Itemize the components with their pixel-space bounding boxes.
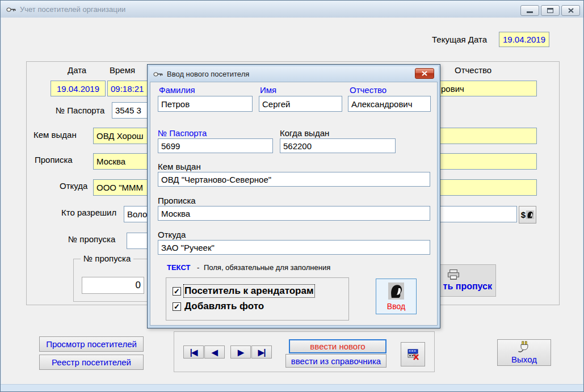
dialog-key-icon [153, 70, 163, 78]
main-window: Учет посетителей организации Текущая Дат… [0, 0, 584, 392]
firstname-label: Имя [260, 85, 276, 95]
right-field-3[interactable] [438, 153, 537, 170]
passport-label: № Паспорта [56, 106, 104, 115]
patronymic-field[interactable]: рович [438, 81, 537, 96]
dlg-from-label: Откуда [158, 230, 186, 239]
nav-prev-button[interactable]: ◀ [204, 345, 225, 359]
legend-term: ТЕКСТ [167, 263, 190, 272]
plug-icon [518, 341, 531, 353]
dialog-titlebar: Ввод нового посетителя [149, 66, 438, 81]
checkbox-checked-icon[interactable]: ✓ [173, 302, 181, 311]
dlg-registration-label: Прописка [158, 196, 196, 205]
legend-separator: - [197, 263, 199, 272]
current-date-field[interactable]: 19.04.2019 [499, 32, 549, 47]
legend-text: Поля, обязательные для заполнения [204, 263, 330, 272]
nav-first-button[interactable]: |◀ [183, 345, 204, 359]
printer-icon [447, 269, 460, 280]
dialog-content: Фамилия Петров Имя Сергей Отчество Алекс… [150, 82, 438, 326]
window-title: Учет посетителей организации [20, 5, 125, 14]
dlg-from-field[interactable]: ЗАО "Ручеек" [158, 240, 430, 255]
authorizer-label: Кто разрешил [61, 208, 116, 217]
delete-record-button[interactable] [401, 342, 425, 366]
surname-label: Фамилия [159, 85, 195, 95]
window-controls [520, 5, 580, 16]
right-field-2[interactable] [438, 128, 537, 144]
enter-button-label: Ввод [387, 302, 405, 311]
nav-next-button[interactable]: ▶ [230, 345, 251, 359]
tenant-checkbox-row[interactable]: ✓ Посетитель к арендаторам [173, 285, 314, 297]
dollar-sign: $ [521, 210, 526, 220]
photo-checkbox-label: Добавлять фото [184, 301, 264, 312]
minimize-button[interactable] [520, 5, 539, 16]
close-button[interactable] [561, 5, 580, 16]
date-field[interactable]: 19.04.2019 [51, 81, 106, 96]
dlg-issued-by-label: Кем выдан [158, 162, 201, 171]
surname-field[interactable]: Петров [158, 96, 253, 112]
from-label: Откуда [60, 181, 87, 191]
person-head-icon [388, 283, 404, 300]
nav-last-button[interactable]: ▶| [251, 345, 272, 359]
issued-by-label: Кем выдан [33, 130, 77, 140]
view-visitors-button[interactable]: Просмотр посетителей [39, 336, 144, 352]
pass-number-label: № пропуска [68, 234, 115, 244]
required-legend: ТЕКСТ - Поля, обязательные для заполнени… [167, 263, 330, 272]
issued-when-field[interactable]: 562200 [280, 138, 396, 153]
registration-label: Прописка [35, 155, 73, 165]
photo-checkbox-row[interactable]: ✓ Добавлять фото [173, 301, 264, 312]
dollar-person-button[interactable]: $ [519, 206, 536, 224]
record-delete-icon [406, 348, 420, 361]
dialog-title: Ввод нового посетителя [167, 70, 249, 78]
print-pass-label: ть пропуск [443, 281, 492, 292]
tenant-checkbox-label: Посетитель к арендаторам [184, 285, 314, 297]
main-titlebar: Учет посетителей организации [1, 1, 583, 18]
exit-label: Выход [511, 355, 537, 364]
pass-group-field[interactable]: 0 [82, 277, 144, 294]
dlg-patronymic-field[interactable]: Александрович [348, 96, 431, 112]
enter-new-button[interactable]: ввести нового [289, 339, 386, 353]
registry-visitors-button[interactable]: Реестр посетителей [39, 355, 144, 370]
right-field-4[interactable] [438, 179, 537, 196]
pass-group-label: № пропуска [81, 254, 133, 263]
date-label: Дата [68, 65, 86, 75]
person-head-icon [526, 210, 534, 219]
checkbox-checked-icon[interactable]: ✓ [173, 287, 181, 296]
dlg-patronymic-label: Отчество [350, 85, 386, 95]
dlg-passport-field[interactable]: 5699 [158, 138, 273, 153]
dlg-issued-by-field[interactable]: ОВД "Чертаново-Северное" [158, 172, 430, 187]
enter-from-directory-button[interactable]: ввести из справочника [285, 354, 386, 368]
dlg-passport-label: № Паспорта [158, 128, 207, 138]
exit-button[interactable]: Выход [497, 339, 551, 366]
new-visitor-dialog: Ввод нового посетителя Фамилия Петров Им… [147, 64, 440, 328]
options-panel: ✓ Посетитель к арендаторам ✓ Добавлять ф… [166, 277, 349, 321]
window-bottom-frame [1, 384, 583, 391]
app-key-icon [6, 6, 16, 13]
dlg-registration-field[interactable]: Москва [158, 206, 430, 221]
patronymic-label: Отчество [455, 65, 491, 75]
firstname-field[interactable]: Сергей [259, 96, 342, 112]
dialog-close-button[interactable] [415, 68, 434, 79]
maximize-button[interactable] [541, 5, 560, 16]
time-label: Время [110, 65, 135, 75]
current-date-label: Текущая Дата [432, 35, 487, 44]
authorizer-full-field[interactable] [438, 206, 517, 222]
enter-button[interactable]: Ввод [376, 279, 417, 314]
issued-when-label: Когда выдан [280, 128, 329, 138]
